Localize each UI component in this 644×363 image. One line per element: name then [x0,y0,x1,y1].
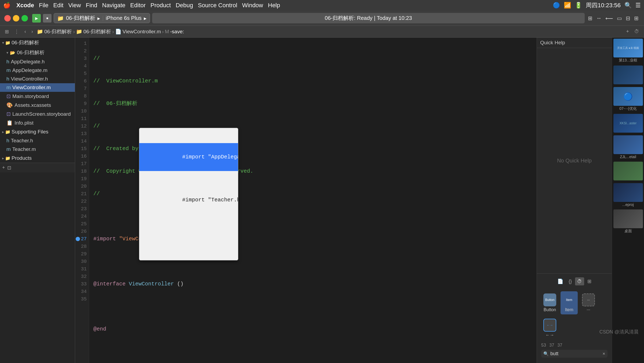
breadcrumb-root[interactable]: 06-归档解析 [44,28,72,35]
obj-lib-item[interactable]: Item Item [561,291,578,314]
editor-toggle-button[interactable]: ↔ [595,14,603,22]
code-content[interactable]: // // ViewController.m // 06-归档解析 // // … [89,38,537,363]
breadcrumb-group[interactable]: 06-归档解析 [83,28,111,35]
sidebar-item-appdelegate-m[interactable]: m AppDelegate.m [0,66,75,75]
sidebar-item-viewcontroller-h[interactable]: h ViewController.h [0,75,75,83]
wifi-icon: 📶 [564,2,571,9]
quick-help-empty: No Quick Help [537,48,612,273]
quick-help-panel: Quick Help No Quick Help 📄 {} ⏱ ⊞ Button… [537,38,612,363]
thumbnail-5[interactable]: ZJL...etail [613,135,643,159]
menu-editor[interactable]: Editor [130,2,145,9]
line-num-4: 4 [76,62,87,70]
sidebar-item-teacher-m[interactable]: m Teacher.m [0,145,75,154]
menu-navigate[interactable]: Navigate [102,2,126,9]
sidebar-item-viewcontroller-m[interactable]: m ViewController.m [0,83,75,92]
layout-2-button[interactable]: ⊟ [625,14,631,23]
close-button[interactable] [4,15,11,21]
menu-product[interactable]: Product [151,2,171,9]
storyboard-icon: ⊡ [6,93,11,99]
menu-xcode[interactable]: Xcode [16,2,34,9]
autocomplete-item-1[interactable]: #import "AppDelegate.h" [139,143,238,171]
code-line-13: @end [93,325,532,333]
play-button[interactable]: ▶ [32,14,41,23]
code-comment: // 06-归档解析 [93,100,137,107]
inspector-tab-clock[interactable]: ⏱ [575,277,584,285]
quick-help-title: Quick Help [537,38,612,48]
layout-1-button[interactable]: ▭ [616,14,623,23]
obj-lib-button[interactable]: Button Button [541,291,558,314]
obj-lib-fixed-space[interactable]: ←→ ←→ [541,317,558,340]
obj-lib-flexible-space[interactable]: ··· ··· [580,291,597,314]
sidebar-icon-button[interactable]: ⊞ [3,28,10,35]
menu-view[interactable]: View [68,2,81,9]
sidebar-item-appdelegate-h[interactable]: h AppDelegate.h [0,57,75,66]
thumbnail-4[interactable]: XKSl...aster [613,114,643,133]
sidebar-item-info-plist[interactable]: 📋 Info.plist [0,118,75,127]
sidebar-toggle-button[interactable]: ⊞ [587,14,594,23]
menu-source-control[interactable]: Source Control [198,2,237,9]
thumbnail-7[interactable]: ...eproj [613,183,643,207]
maximize-button[interactable] [21,15,28,21]
menu-help[interactable]: Help [268,2,280,9]
search-clear-button[interactable]: ✕ [602,352,605,356]
layout-3-button[interactable]: ⊞ [633,14,640,23]
line-num-19: 19 [76,175,87,183]
menu-icon[interactable]: ☰ [635,2,641,9]
sidebar-root-group[interactable]: ▾ 📁 06-归档解析 [0,38,75,48]
forward-button[interactable]: › [30,28,35,35]
minimize-button[interactable] [13,15,19,21]
scheme-icon: 📁 [57,15,64,21]
menu-file[interactable]: File [39,2,48,9]
sidebar-item-root-folder[interactable]: ▾ 📂 06-归档解析 [0,48,75,57]
inspector-tab-json[interactable]: {} [566,277,574,285]
breadcrumb-file[interactable]: ViewController.m [123,29,161,35]
autocomplete-popup[interactable]: #import "AppDelegate.h" #import "Teacher… [139,128,238,260]
sidebar-products[interactable]: ▸ 📁 Products [0,154,75,163]
sidebar-item-label: 06-归档解析 [17,49,45,56]
m-file-icon: m [6,146,11,152]
thumbnail-8[interactable]: 桌面 [613,209,643,234]
sidebar-item-main-storyboard[interactable]: ⊡ Main.storyboard [0,92,75,101]
search-bar[interactable]: 🔍 ✕ [541,350,608,358]
breadcrumb-method[interactable]: -save: [170,29,184,35]
nav-back-button[interactable]: ⟵ [604,14,614,23]
line-num-5: 5 [76,70,87,77]
line-num-14: 14 [76,137,87,145]
thumbnail-3[interactable]: 🔵 07-···(优化 [613,87,643,111]
new-file-button[interactable]: + [624,28,631,35]
autocomplete-item-2[interactable]: #import "Teacher.h" [139,186,238,214]
thumbnail-1[interactable]: 开发工具 ●未·视频 第13...业框 [613,39,643,63]
line-num-15: 15 [76,145,87,153]
menu-window[interactable]: Window [242,2,263,9]
search-input[interactable] [550,351,601,357]
filter-button[interactable]: ⊡ [7,165,11,171]
line-num-24: 24 [76,213,87,220]
thumbnail-label-7: ...eproj [613,202,643,207]
line-num-28: 28 [76,243,87,250]
search-icon[interactable]: 🔍 [624,2,632,9]
coord-display: 53 37 37 [541,342,608,349]
stop-button[interactable]: ■ [43,14,52,23]
back-button[interactable]: ‹ [23,28,28,35]
menu-debug[interactable]: Debug [176,2,193,9]
menu-find[interactable]: Find [86,2,97,9]
inspector-tab-file[interactable]: 📄 [555,277,565,285]
hierarchy-button[interactable]: ⋮ [13,28,21,35]
line-num-26: 26 [76,228,87,235]
thumbnail-2[interactable] [613,66,643,84]
apple-menu[interactable]: 🍎 [3,2,10,9]
sidebar-item-assets[interactable]: 🎨 Assets.xcassets [0,101,75,110]
thumbnail-label-8: 桌面 [613,229,643,234]
thumbnail-6[interactable] [613,162,643,180]
code-editor[interactable]: 1 2 3 4 5 6 7 8 9 10 11 12 13 14 15 16 1… [75,38,537,363]
scheme-selector[interactable]: 📁 06-归档解析 ▸ | iPhone 6s Plus ▸ [54,13,150,23]
thumbnail-box-1: 开发工具 ●未·视频 [613,39,643,57]
line-num-23: 23 [76,205,87,213]
menu-edit[interactable]: Edit [53,2,63,9]
sidebar-item-launchscreen[interactable]: ⊡ LaunchScreen.storyboard [0,110,75,118]
inspector-tab-grid[interactable]: ⊞ [585,277,594,285]
clock-button[interactable]: ⏱ [633,28,641,35]
sidebar-item-teacher-h[interactable]: h Teacher.h [0,136,75,145]
sidebar-supporting-files[interactable]: ▸ 📁 Supporting Files [0,127,75,136]
add-file-button[interactable]: + [2,165,5,170]
